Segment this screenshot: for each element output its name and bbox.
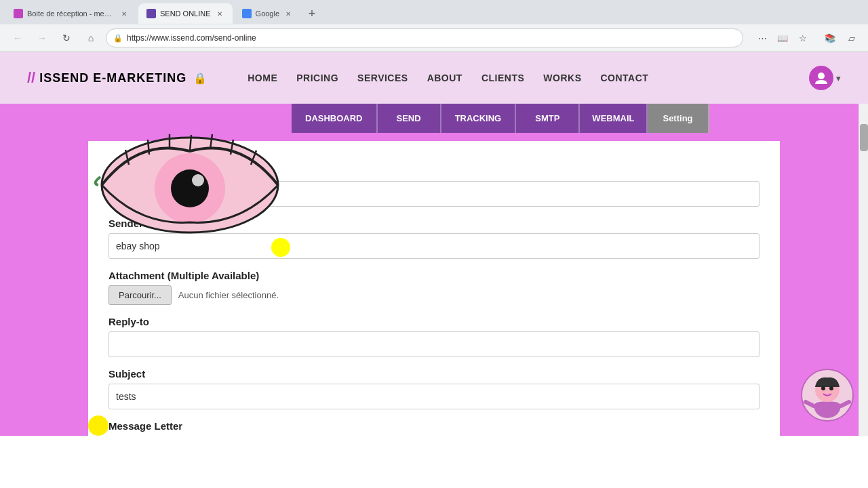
url-bar[interactable]: 🔒 https://www.issend.com/send-online xyxy=(106,28,743,47)
svg-point-4 xyxy=(192,174,204,186)
message-letter-label: Message Letter xyxy=(108,420,760,432)
site-topbar: // ISSEND E-MARKETING 🔒 HOME PRICING SER… xyxy=(0,52,868,104)
overflow-menu-button[interactable]: ⋯ xyxy=(754,30,770,46)
scrollbar-thumb[interactable] xyxy=(860,124,868,151)
svg-point-14 xyxy=(821,386,825,390)
mascot xyxy=(800,368,854,422)
lock-icon: 🔒 xyxy=(113,34,123,43)
sidebar-button[interactable]: ▱ xyxy=(844,30,860,46)
nav-home[interactable]: HOME xyxy=(248,73,277,83)
tab-2[interactable]: SEND ONLINE ✕ xyxy=(138,3,233,24)
subnav-webmail[interactable]: WEBMAIL xyxy=(580,104,648,133)
logo-text: ISSEND E-MARKETING xyxy=(39,71,186,85)
subnav-dashboard[interactable]: DASHBOARD xyxy=(292,104,378,133)
browser-right-actions: 📚 ▱ xyxy=(822,30,860,46)
nav-services[interactable]: SERVICES xyxy=(357,73,408,83)
pink-bg-area: DASHBOARD SEND TRACKING SMTP WEBMAIL Set… xyxy=(0,104,868,436)
svg-point-0 xyxy=(818,73,825,79)
nav-works[interactable]: WORKS xyxy=(543,73,581,83)
home-button[interactable]: ⌂ xyxy=(81,28,100,47)
tab-2-favicon xyxy=(146,9,156,18)
user-avatar xyxy=(809,66,833,90)
tab-1-label: Boite de réception - meetapa... xyxy=(27,9,115,18)
attachment-field-group: Attachment (Multiple Available) Parcouri… xyxy=(108,270,760,305)
no-file-text: Aucun fichier sélectionné. xyxy=(178,290,279,300)
message-letter-field-group: Message Letter xyxy=(108,420,760,432)
cursor-indicator xyxy=(271,238,290,257)
nav-clients[interactable]: CLIENTS xyxy=(481,73,524,83)
browser-actions: ⋯ 📖 ☆ xyxy=(754,30,811,46)
url-text: https://www.issend.com/send-online xyxy=(127,33,256,43)
website-wrapper: // ISSEND E-MARKETING 🔒 HOME PRICING SER… xyxy=(0,52,868,436)
bookmark-button[interactable]: ☆ xyxy=(795,30,811,46)
library-button[interactable]: 📚 xyxy=(822,30,838,46)
subnav-tracking[interactable]: TRACKING xyxy=(441,104,517,133)
tab-1[interactable]: Boite de réception - meetapa... ✕ xyxy=(5,3,137,24)
eye-illustration xyxy=(88,110,292,246)
reply-to-label: Reply-to xyxy=(108,316,760,327)
reload-button[interactable]: ↻ xyxy=(57,28,76,47)
user-menu[interactable]: ▾ xyxy=(809,66,841,90)
attachment-label: Attachment (Multiple Available) xyxy=(108,270,760,281)
nav-contact[interactable]: CONTACT xyxy=(600,73,648,83)
site-logo: // ISSEND E-MARKETING 🔒 xyxy=(27,69,207,87)
reply-to-field-group: Reply-to xyxy=(108,316,760,357)
new-tab-button[interactable]: + xyxy=(302,4,321,23)
main-nav: HOME PRICING SERVICES ABOUT CLIENTS WORK… xyxy=(248,73,648,83)
logo-lock-icon: 🔒 xyxy=(193,72,207,85)
tab-1-favicon xyxy=(14,9,23,18)
subject-label: Subject xyxy=(108,368,760,380)
browser-chrome: Boite de réception - meetapa... ✕ SEND O… xyxy=(0,0,868,52)
subject-input[interactable] xyxy=(108,384,760,409)
svg-point-15 xyxy=(829,386,833,390)
sub-nav: DASHBOARD SEND TRACKING SMTP WEBMAIL Set… xyxy=(292,104,780,133)
forward-button[interactable]: → xyxy=(33,28,52,47)
back-button[interactable]: ← xyxy=(8,28,27,47)
svg-point-3 xyxy=(171,169,209,207)
address-bar: ← → ↻ ⌂ 🔒 https://www.issend.com/send-on… xyxy=(0,24,868,52)
tab-3-close[interactable]: ✕ xyxy=(283,9,293,18)
attachment-row: Parcourir... Aucun fichier sélectionné. xyxy=(108,285,760,305)
tab-2-close[interactable]: ✕ xyxy=(215,9,224,18)
tab-1-close[interactable]: ✕ xyxy=(119,9,129,18)
user-dropdown-arrow: ▾ xyxy=(836,73,841,83)
subnav-setting[interactable]: Setting xyxy=(648,104,709,133)
logo-slash: // xyxy=(27,69,35,87)
subnav-smtp[interactable]: SMTP xyxy=(516,104,580,133)
nav-about[interactable]: ABOUT xyxy=(427,73,462,83)
tab-bar: Boite de réception - meetapa... ✕ SEND O… xyxy=(0,0,868,24)
browse-button[interactable]: Parcourir... xyxy=(108,285,172,305)
tab-3[interactable]: Google ✕ xyxy=(234,3,301,24)
subject-field-group: Subject xyxy=(108,368,760,409)
reader-view-button[interactable]: 📖 xyxy=(774,30,791,46)
scrollbar-track[interactable] xyxy=(859,104,868,436)
tab-2-label: SEND ONLINE xyxy=(160,9,211,18)
nav-pricing[interactable]: PRICING xyxy=(296,73,338,83)
subnav-send[interactable]: SEND xyxy=(378,104,441,133)
tab-3-label: Google xyxy=(256,9,279,18)
tab-3-favicon xyxy=(242,9,252,18)
reply-to-input[interactable] xyxy=(108,331,760,357)
bottom-indicator xyxy=(88,415,108,436)
